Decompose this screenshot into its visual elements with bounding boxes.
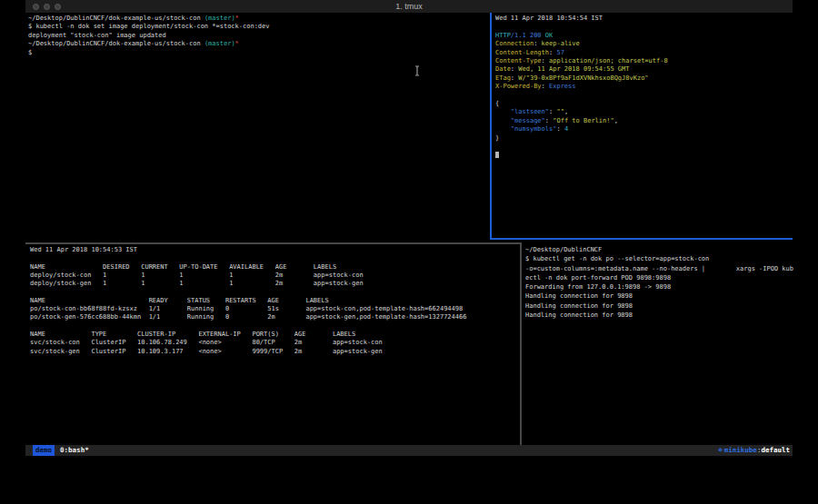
pane-kubectl-watch[interactable]: Wed 11 Apr 2018 10:54:53 IST NAME DESIRE… xyxy=(30,246,521,356)
desktop: 1. tmux ~/Desktop/DublinCNCF/dok-example… xyxy=(0,0,818,504)
pane-divider-horizontal-right[interactable] xyxy=(490,238,793,240)
terminal-line: $ kubectl get -n dok po --selector=app=s… xyxy=(525,254,791,263)
terminal-line: po/stock-con-bb68f88fd-kzsxz 1/1 Running… xyxy=(30,305,521,313)
terminal-line xyxy=(30,254,521,262)
pane-divider-horizontal-left[interactable] xyxy=(25,242,522,244)
terminal-line: ~/Desktop/DublinCNCF xyxy=(525,245,791,254)
mouse-text-cursor-icon xyxy=(414,65,421,76)
terminal-line: ~/Desktop/DublinCNCF/dok-example-us/stoc… xyxy=(28,15,487,23)
terminal-line: Handling connection for 9898 xyxy=(525,301,791,311)
window-tab-bash[interactable]: 0:bash* xyxy=(60,445,89,456)
pane-shell-set-image[interactable]: ~/Desktop/DublinCNCF/dok-example-us/stoc… xyxy=(28,15,487,57)
terminal-line: Wed 11 Apr 2018 10:54:53 IST xyxy=(30,246,521,254)
terminal-line: svc/stock-con ClusterIP 10.106.78.249 <n… xyxy=(30,339,521,347)
terminal-line xyxy=(30,322,521,331)
status-right: ☸ minikube : default xyxy=(718,445,790,456)
tmux-status-bar: demo 0:bash* ☸ minikube : default xyxy=(25,445,793,456)
terminal-line: "message": "Off to Berlin!", xyxy=(495,117,790,125)
terminal-line: NAME TYPE CLUSTER-IP EXTERNAL-IP PORT(S)… xyxy=(30,331,521,339)
pane-http-response[interactable]: Wed 11 Apr 2018 10:54:54 IST HTTP/1.1 20… xyxy=(495,15,790,161)
terminal-line: { xyxy=(495,100,790,108)
terminal-line: Handling connection for 9898 xyxy=(525,311,791,320)
terminal-line: deploy/stock-con 1 1 1 1 2m app=stock-co… xyxy=(30,272,521,280)
terminal-line: ectl -n dok port-forward POD 9898:9898 xyxy=(525,273,791,282)
terminal-line: "numsymbols": 4 xyxy=(495,125,790,133)
terminal-line xyxy=(495,92,790,100)
terminal-line: svc/stock-gen ClusterIP 10.109.3.177 <no… xyxy=(30,348,521,356)
terminal-line: "lastseen": "", xyxy=(495,108,790,116)
terminal-line: HTTP/1.1 200 OK xyxy=(495,32,790,40)
terminal-line xyxy=(30,288,521,296)
terminal-line: Content-Length: 57 xyxy=(495,49,790,57)
terminal-line: Date: Wed, 11 Apr 2018 09:54:55 GMT xyxy=(495,65,790,74)
terminal-line: Handling connection for 9898 xyxy=(525,292,791,301)
terminal-line: po/stock-gen-576cc688bb-44kmn 1/1 Runnin… xyxy=(30,313,521,321)
terminal-line: deploy/stock-gen 1 1 1 1 2m app=stock-ge… xyxy=(30,280,521,288)
window-title: 1. tmux xyxy=(25,0,793,13)
pane-divider-vertical-bottom[interactable] xyxy=(520,242,522,445)
kube-cluster-name: minikube xyxy=(724,445,757,456)
terminal-window: 1. tmux ~/Desktop/DublinCNCF/dok-example… xyxy=(25,0,793,456)
terminal-line: ~/Desktop/DublinCNCF/dok-example-us/stoc… xyxy=(28,40,487,48)
terminal-line xyxy=(495,143,790,151)
terminal-line: Forwarding from 127.0.0.1:9898 -> 9898 xyxy=(525,282,791,292)
titlebar[interactable]: 1. tmux xyxy=(25,0,793,13)
terminal-line: -o=custom-columns=:metadata.name --no-he… xyxy=(525,264,791,273)
terminal-line: NAME READY STATUS RESTARTS AGE LABELS xyxy=(30,297,521,305)
terminal-line xyxy=(495,23,790,31)
terminal-line: Wed 11 Apr 2018 10:54:54 IST xyxy=(495,15,790,23)
terminal-line: ETag: W/"39-0xBPf9aF1dXVNkhsxoBQgJ8vKzo" xyxy=(495,74,790,83)
kubernetes-helm-icon: ☸ xyxy=(718,445,723,456)
terminal-line: Content-Type: application/json; charset=… xyxy=(495,57,790,65)
pane-port-forward[interactable]: ~/Desktop/DublinCNCF$ kubectl get -n dok… xyxy=(525,245,791,320)
kube-namespace: default xyxy=(761,445,790,456)
terminal-line: X-Powered-By: Express xyxy=(495,83,790,91)
session-name: demo xyxy=(33,445,55,456)
terminal-line: deployment "stock-con" image updated xyxy=(28,32,487,40)
terminal-line: NAME DESIRED CURRENT UP-TO-DATE AVAILABL… xyxy=(30,263,521,272)
terminal-line: $ xyxy=(28,49,487,57)
terminal-line: Connection: keep-alive xyxy=(495,40,790,48)
terminal-line xyxy=(495,152,790,161)
terminal-line: } xyxy=(495,134,790,143)
terminal-line: $ kubectl -n dok set image deployment/st… xyxy=(28,23,487,31)
pane-divider-vertical-top[interactable] xyxy=(490,13,492,238)
